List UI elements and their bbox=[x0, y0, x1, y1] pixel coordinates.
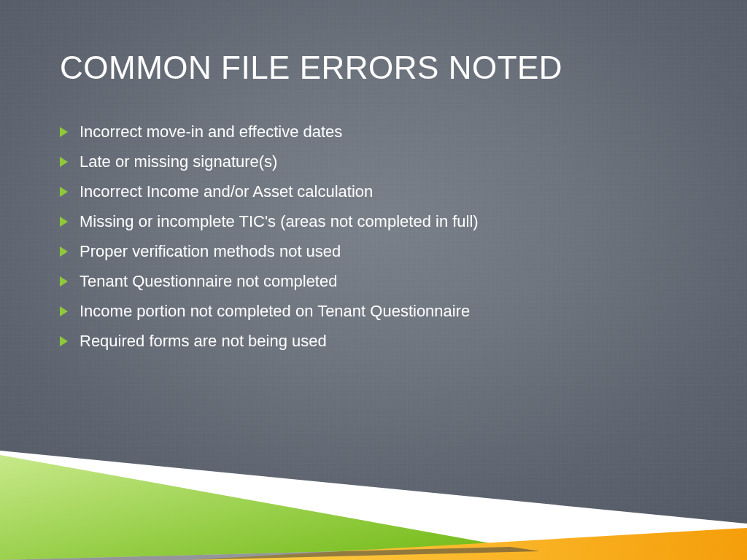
bullet-text: Incorrect move-in and effective dates bbox=[80, 124, 342, 140]
bullet-arrow-icon bbox=[60, 306, 68, 316]
bullet-text: Incorrect Income and/or Asset calculatio… bbox=[80, 184, 373, 200]
bullet-text: Income portion not completed on Tenant Q… bbox=[80, 303, 470, 319]
bullet-text: Required forms are not being used bbox=[80, 333, 327, 349]
list-item: Income portion not completed on Tenant Q… bbox=[60, 303, 703, 319]
bullet-arrow-icon bbox=[60, 187, 68, 197]
bullet-list: Incorrect move-in and effective dates La… bbox=[60, 124, 703, 363]
slide: COMMON FILE ERRORS NOTED Incorrect move-… bbox=[0, 0, 747, 560]
bullet-arrow-icon bbox=[60, 336, 68, 346]
list-item: Incorrect Income and/or Asset calculatio… bbox=[60, 184, 703, 200]
bullet-arrow-icon bbox=[60, 127, 68, 137]
list-item: Late or missing signature(s) bbox=[60, 154, 703, 170]
svg-marker-3 bbox=[0, 547, 540, 560]
list-item: Proper verification methods not used bbox=[60, 244, 703, 260]
decorative-footer-icon bbox=[0, 421, 747, 560]
bullet-text: Missing or incomplete TIC's (areas not c… bbox=[80, 214, 479, 230]
bullet-text: Proper verification methods not used bbox=[80, 244, 341, 260]
list-item: Required forms are not being used bbox=[60, 333, 703, 349]
list-item: Incorrect move-in and effective dates bbox=[60, 124, 703, 140]
list-item: Tenant Questionnaire not completed bbox=[60, 273, 703, 289]
bullet-arrow-icon bbox=[60, 246, 68, 257]
svg-marker-2 bbox=[190, 528, 747, 560]
list-item: Missing or incomplete TIC's (areas not c… bbox=[60, 214, 703, 230]
bullet-arrow-icon bbox=[60, 276, 68, 287]
slide-title: COMMON FILE ERRORS NOTED bbox=[60, 50, 562, 86]
bullet-text: Late or missing signature(s) bbox=[80, 154, 277, 170]
bullet-text: Tenant Questionnaire not completed bbox=[80, 273, 337, 289]
bullet-arrow-icon bbox=[60, 157, 68, 167]
bullet-arrow-icon bbox=[60, 217, 68, 227]
svg-marker-1 bbox=[0, 455, 511, 560]
svg-marker-0 bbox=[0, 451, 747, 560]
